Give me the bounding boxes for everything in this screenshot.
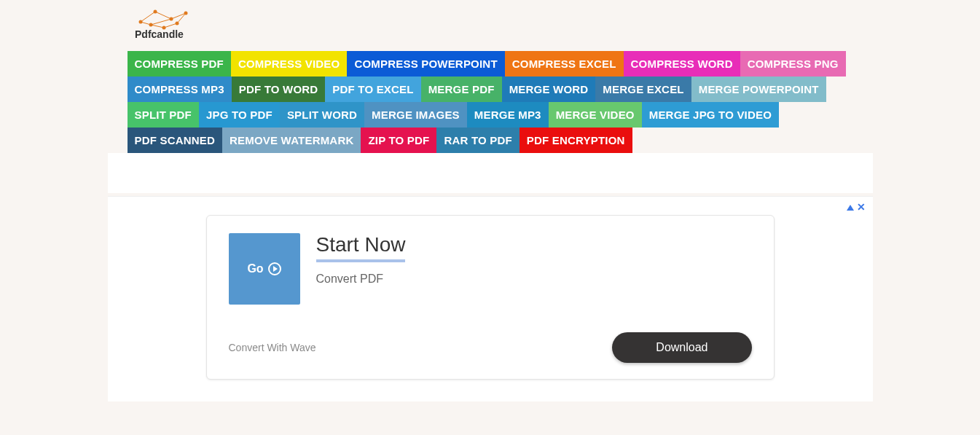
svg-line-0 [141,12,155,22]
nav-item-merge-pdf[interactable]: MERGE PDF [421,77,502,102]
nav-item-merge-excel[interactable]: MERGE EXCEL [595,77,691,102]
nav-item-merge-mp3[interactable]: MERGE MP3 [467,102,549,128]
svg-line-6 [164,23,177,28]
ad-title[interactable]: Start Now [316,233,406,262]
logo[interactable]: Pdfcandle [135,9,199,39]
svg-line-1 [155,12,171,19]
nav-item-merge-images[interactable]: MERGE IMAGES [364,102,467,128]
ad-go-label: Go [247,262,263,275]
main-nav: COMPRESS PDFCOMPRESS VIDEOCOMPRESS POWER… [128,51,853,153]
svg-point-14 [175,22,179,26]
content-placeholder [108,153,873,193]
adchoices-icon[interactable] [847,205,854,211]
nav-item-merge-word[interactable]: MERGE WORD [502,77,596,102]
nav-item-merge-video[interactable]: MERGE VIDEO [549,102,642,128]
nav-item-jpg-to-pdf[interactable]: JPG TO PDF [199,102,280,128]
nav-item-compress-powerpoint[interactable]: COMPRESS POWERPOINT [347,51,504,77]
nav-item-pdf-to-word[interactable]: PDF TO WORD [232,77,326,102]
svg-point-12 [149,23,152,27]
nav-item-compress-word[interactable]: COMPRESS WORD [624,51,740,77]
svg-line-5 [151,25,164,28]
nav-item-zip-to-pdf[interactable]: ZIP TO PDF [361,128,436,153]
nav-item-pdf-encryption[interactable]: PDF ENCRYPTION [520,128,632,153]
nav-item-compress-video[interactable]: COMPRESS VIDEO [231,51,348,77]
nav-item-merge-powerpoint[interactable]: MERGE POWERPOINT [691,77,826,102]
ad-attribution: Convert With Wave [229,342,316,353]
svg-line-4 [151,19,171,25]
ad-subtitle: Convert PDF [316,273,406,286]
play-circle-icon [268,262,281,275]
nav-item-compress-pdf[interactable]: COMPRESS PDF [128,51,231,77]
nav-item-split-pdf[interactable]: SPLIT PDF [128,102,199,128]
ad-go-button[interactable]: Go [229,233,300,305]
nav-item-compress-excel[interactable]: COMPRESS EXCEL [505,51,624,77]
nav-item-compress-mp3[interactable]: COMPRESS MP3 [128,77,232,102]
svg-point-9 [153,10,157,14]
svg-point-10 [169,17,173,21]
nav-item-rar-to-pdf[interactable]: RAR TO PDF [436,128,519,153]
ad-box: Go Start Now Convert PDF Convert With Wa… [206,215,775,380]
nav-item-split-word[interactable]: SPLIT WORD [280,102,364,128]
svg-point-11 [184,12,187,15]
ad-frame: ✕ Go Start Now Convert PDF Convert With … [108,196,873,401]
svg-point-8 [138,20,142,24]
logo-text: Pdfcandle [135,28,184,39]
nav-item-pdf-scanned[interactable]: PDF SCANNED [128,128,223,153]
nav-item-compress-png[interactable]: COMPRESS PNG [740,51,846,77]
nav-item-pdf-to-excel[interactable]: PDF TO EXCEL [325,77,420,102]
nav-item-remove-watermark[interactable]: REMOVE WATERMARK [222,128,361,153]
nav-item-merge-jpg-to-video[interactable]: MERGE JPG TO VIDEO [642,102,779,128]
ad-download-button[interactable]: Download [612,332,751,363]
ad-close-icon[interactable]: ✕ [857,201,866,213]
